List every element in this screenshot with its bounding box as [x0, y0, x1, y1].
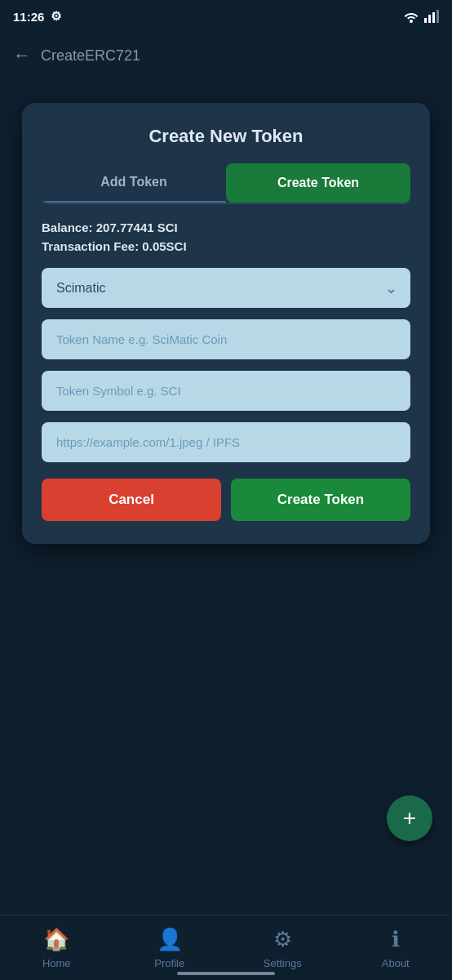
svg-rect-1 [428, 15, 431, 23]
tab-add-token[interactable]: Add Token [42, 163, 226, 203]
wifi-icon [403, 10, 419, 23]
top-bar: ← CreateERC721 [0, 33, 452, 78]
back-button[interactable]: ← [13, 45, 31, 66]
create-token-button[interactable]: Create Token [231, 479, 410, 521]
bottom-nav: 🏠 Home 👤 Profile ⚙ Settings ℹ About [0, 915, 452, 980]
page-title: CreateERC721 [41, 47, 140, 65]
home-icon: 🏠 [43, 927, 69, 952]
main-area: Create New Token Add Token Create Token … [0, 78, 452, 915]
tabs-container: Add Token Create Token [42, 163, 410, 204]
balance-label: Balance: 207.77441 SCI [42, 220, 410, 234]
modal-card: Create New Token Add Token Create Token … [22, 103, 430, 544]
nav-settings[interactable]: ⚙ Settings [226, 927, 339, 969]
status-left: 11:26 ⚙ [13, 9, 61, 24]
about-icon: ℹ [392, 927, 400, 952]
profile-icon: 👤 [157, 927, 183, 952]
image-url-input[interactable] [42, 422, 410, 462]
network-dropdown[interactable]: Scimatic [42, 268, 410, 308]
nav-about-label: About [382, 957, 410, 969]
token-symbol-input[interactable] [42, 371, 410, 411]
action-buttons: Cancel Create Token [42, 479, 410, 521]
home-indicator [177, 972, 275, 975]
svg-rect-2 [432, 12, 435, 23]
plus-icon: + [403, 805, 416, 831]
gear-status-icon: ⚙ [51, 9, 61, 24]
clock: 11:26 [13, 10, 44, 24]
svg-rect-0 [424, 18, 427, 23]
modal-title: Create New Token [42, 126, 410, 147]
tab-create-token[interactable]: Create Token [226, 163, 410, 203]
svg-rect-3 [436, 10, 439, 23]
cancel-button[interactable]: Cancel [42, 479, 221, 521]
network-dropdown-container: Scimatic ⌄ [42, 268, 410, 308]
status-bar: 11:26 ⚙ [0, 0, 452, 33]
nav-about[interactable]: ℹ About [339, 927, 453, 969]
nav-profile-label: Profile [154, 957, 184, 969]
status-right [403, 10, 439, 23]
nav-profile[interactable]: 👤 Profile [113, 927, 227, 969]
nav-settings-label: Settings [264, 957, 302, 969]
fee-label: Transaction Fee: 0.05SCI [42, 239, 410, 253]
settings-icon: ⚙ [273, 927, 292, 952]
fab-button[interactable]: + [387, 795, 432, 841]
token-name-input[interactable] [42, 319, 410, 359]
nav-home[interactable]: 🏠 Home [0, 927, 113, 969]
nav-home-label: Home [42, 957, 71, 969]
signal-icon [424, 10, 439, 23]
